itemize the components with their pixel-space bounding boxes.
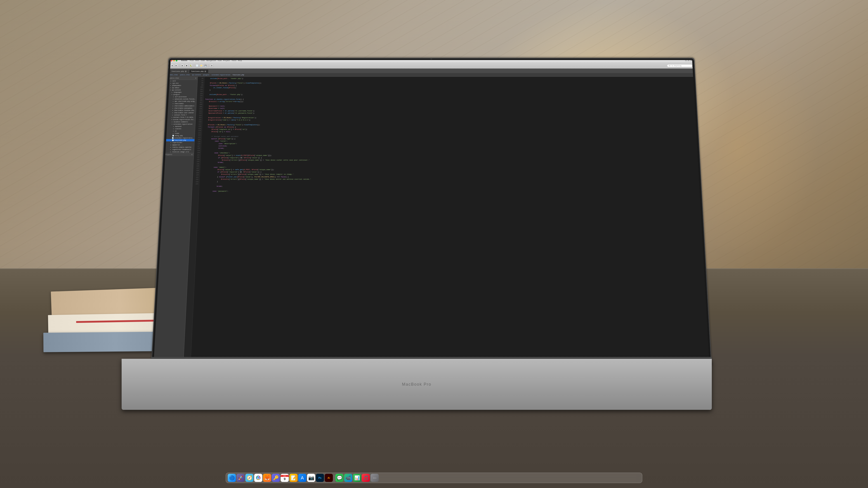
dock-icon-finder[interactable]: 🔵 [228,474,236,482]
dock-icon-calendar[interactable]: JUL 9 [281,474,289,482]
tree-item-classes[interactable]: ▸ classes [165,128,195,130]
tree-item-debug[interactable]: 📄 debug.php [164,134,195,137]
dock-icon-itunes[interactable]: 🎵 [362,474,370,482]
folder-icon: ▸ [173,128,175,129]
folder-icon: ▸ [172,98,174,100]
tree-item-charitable-amb[interactable]: ▸ charitable-ambassadors [166,105,196,107]
tree-item-layerslider[interactable]: ▸ LayerSlider [164,141,194,144]
open-button[interactable]: 📁 [199,64,203,67]
code-line [205,103,694,105]
tree-item-qqwworld[interactable]: ▸ qqwworld-... [164,144,194,146]
settings-button[interactable]: ⚙ [210,64,214,67]
breadcrumb-public[interactable]: public_html [180,74,190,76]
tree-item-languages[interactable]: ▸ languages [167,91,197,93]
dock-icon-illustrator[interactable]: Ai [324,474,333,482]
breadcrumb-sep-1: › [179,74,180,76]
dock-icon-more[interactable]: ⋯ [370,474,379,482]
file-tree-header: public_html ⚙ [168,77,198,80]
tree-item-acf-pro[interactable]: ▸ advanced-custom-fields-pro [167,98,197,100]
maximize-button[interactable] [176,60,178,61]
tree-item-wpcontent[interactable]: ▾ wp-content [167,89,197,91]
code-line: if ($field['required'] && !$field['value… [202,171,699,173]
menu-project[interactable]: Project [223,60,230,61]
code-line: $results['errors'][$field['unique_name']… [202,178,699,181]
breadcrumb-wp-content[interactable]: wp-content [192,74,201,76]
tree-item-charitable-lic[interactable]: ▸ charitable-license-checker [166,109,196,111]
tree-label: charitable-user-avatar [174,112,194,113]
dock-icon-firefox[interactable]: 🦊 [263,474,271,482]
breadcrumb-plugins[interactable]: plugins [203,74,210,76]
tab-close-2[interactable]: × [205,70,206,72]
run-button[interactable]: ▶ [181,64,184,67]
code-content[interactable]: include($view_path . 'header.php'); $fie… [191,77,711,362]
code-line: } elseif (filter_var($field['value'], FI… [202,176,699,178]
save-button[interactable]: 💾 [204,64,208,67]
dock-icon-notes[interactable]: 📝 [289,474,298,482]
dock-icon-photos[interactable]: 📷 [307,474,315,482]
dock: 🔵 🚀 🧭 🦊 🔑 JUL 9 📝 A 📷 Ps Ai 💬 📹 📊 🎵 ⋯ [225,473,642,483]
menu-tools[interactable]: Tools [231,60,236,61]
dock-icon-launchpad[interactable]: 🚀 [237,474,245,482]
dock-icon-appstore[interactable]: A [298,474,306,482]
tree-item-js[interactable]: ▸ js [165,130,195,132]
forward-button[interactable]: ▶ [175,64,178,67]
tab-close-1[interactable]: × [185,70,186,72]
tab-functions-1[interactable]: functions.php × [169,69,189,73]
breadcrumb-root[interactable]: emci_html [170,74,178,76]
close-button[interactable] [170,60,173,61]
tree-item-cgi[interactable]: ▸ cgi-bin [168,82,197,85]
go-to-anything-input[interactable]: Go to Anything [667,64,692,67]
tree-item-phpmyadmin[interactable]: ▸ phpmyadmin [167,84,197,87]
tree-item-amr[interactable]: ▸ amr-shortcode-any-widget [166,100,196,103]
tree-item-captcha[interactable]: ▸ really-simple-captcha [164,146,194,149]
tree-item-extended-reg[interactable]: ▾ extended-registration [165,123,195,125]
tree-item-backend[interactable]: ▸ backend [165,125,195,128]
tree-item-charitable-anon[interactable]: ▸ charitable-anonymous [166,107,196,109]
dock-icon-keychain[interactable]: 🔑 [272,474,280,482]
dock-icon-safari[interactable]: 🧭 [245,474,253,482]
menu-edit[interactable]: Edit [195,60,199,61]
menu-navigation[interactable]: Navigation [206,60,216,61]
file-icon: 📄 [172,137,174,139]
debug-button[interactable]: 🐛 [189,64,193,67]
tree-item-wpadmin[interactable]: ▸ wp-admin [167,87,197,89]
tree-item-charitable[interactable]: ▸ charitable [166,103,196,105]
tree-item-cf7[interactable]: ▸ contact-form-7 [166,114,196,116]
folder-icon: ▸ [170,80,172,82]
tree-item-charitable-avatar[interactable]: ▸ charitable-user-avatar [166,111,196,114]
back-button[interactable]: ◀ [170,64,174,67]
code-line: break; [202,162,698,164]
tree-label: cert [173,80,176,82]
tree-item-views[interactable]: ▸ views [165,132,195,134]
menu-code[interactable]: Code [201,60,205,61]
tree-item-relative[interactable]: ▸ relative-image-urls [164,151,194,153]
tree-item-custom-reg[interactable]: ▸ custom-registration-form-builder-with-… [165,119,195,121]
menu-view[interactable]: View [218,60,221,61]
stop-button[interactable]: ■ [185,64,188,67]
tree-item-cf7-db[interactable]: ▸ contact-form-7-to-database-extension [166,116,196,119]
tree-item-acf[interactable]: ▸ acf-accordion [167,96,197,98]
menu-help[interactable]: Help [238,60,242,61]
dock-icon-messages[interactable]: 💬 [335,474,343,482]
tree-item-functions[interactable]: 📄 functions.php [164,139,194,141]
dock-icon-numbers[interactable]: 📊 [353,474,361,482]
menu-file[interactable]: File [190,60,194,61]
tree-item-disable-comments[interactable]: ▸ disable-comments [165,121,195,123]
tree-item-cert[interactable]: ▸ cert [168,80,197,82]
tree-item-extended-php[interactable]: 📄 extended-registration.php [164,137,195,139]
projects-options[interactable]: ⚙ [191,154,192,156]
new-file-button[interactable]: 📄 [195,64,199,67]
tree-item-plugins[interactable]: ▾ plugins [167,93,197,96]
dock-icon-chrome[interactable] [254,474,262,482]
tree-item-regenerate[interactable]: ▸ regenerate-thumbnails [164,149,194,151]
code-line: case 'password': [201,190,700,193]
traffic-lights [170,60,178,61]
breadcrumb-plugin[interactable]: extended-registration [212,74,230,76]
dock-icon-photoshop[interactable]: Ps [316,474,324,482]
dock-icon-facetime[interactable]: 📹 [344,474,352,482]
breadcrumb-file[interactable]: functions.php [232,74,244,76]
tab-functions-2[interactable]: functions.php × [189,69,209,73]
file-tree-options[interactable]: ⚙ [195,77,196,79]
minimize-button[interactable] [173,60,175,61]
ide-body: public_html ⚙ ▸ cert ▸ cgi-bin [152,77,711,362]
